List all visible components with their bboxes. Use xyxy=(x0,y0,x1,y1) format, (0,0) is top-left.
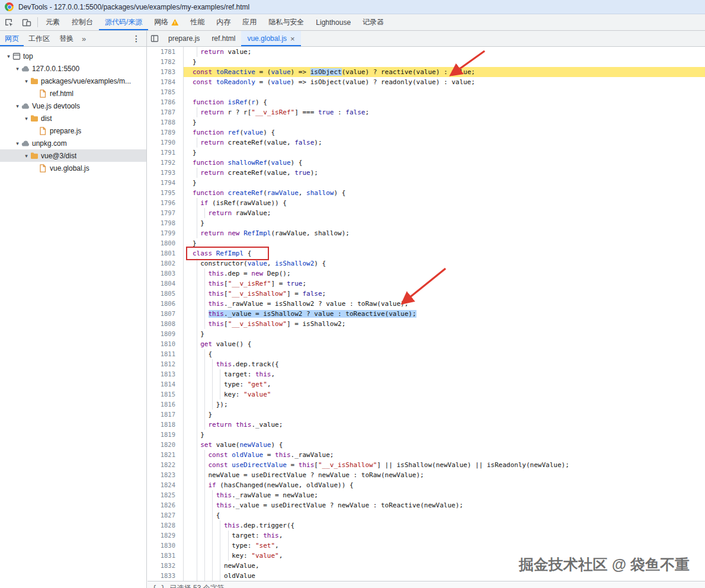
panel-tab-Lighthouse[interactable]: Lighthouse xyxy=(310,14,357,30)
line-number[interactable]: 1821 xyxy=(148,450,184,460)
line-number[interactable]: 1814 xyxy=(148,379,184,389)
expander-icon[interactable]: ▾ xyxy=(14,140,21,146)
tree-item-Vue.js devtools[interactable]: ▾Vue.js devtools xyxy=(0,100,146,112)
line-number[interactable]: 1783 xyxy=(148,67,184,77)
panel-tab-记录器[interactable]: 记录器 xyxy=(357,14,390,30)
tree-item-vue.global.js[interactable]: vue.global.js xyxy=(0,162,146,174)
code-line[interactable]: 1796 if (isRef(rawValue)) { xyxy=(148,198,705,208)
tree-item-127.0.0.1:5500[interactable]: ▾127.0.0.1:5500 xyxy=(0,62,146,75)
line-number[interactable]: 1796 xyxy=(148,198,184,208)
panel-tab-内存[interactable]: 内存 xyxy=(210,14,236,30)
code-line[interactable]: 1807 this._value = isShallow2 ? value : … xyxy=(148,309,705,319)
line-number[interactable]: 1809 xyxy=(148,329,184,339)
sidebar-tab-工作区[interactable]: 工作区 xyxy=(24,31,55,46)
line-number[interactable]: 1812 xyxy=(148,359,184,369)
line-number[interactable]: 1825 xyxy=(148,490,184,500)
line-number[interactable]: 1803 xyxy=(148,269,184,279)
expander-icon[interactable]: ▾ xyxy=(23,78,30,84)
file-tab-prepare.js[interactable]: prepare.js xyxy=(162,31,206,46)
code-line[interactable]: 1812 this.dep.track({ xyxy=(148,359,705,369)
code-line[interactable]: 1781 return value; xyxy=(148,47,705,57)
line-number[interactable]: 1782 xyxy=(148,57,184,67)
code-line[interactable]: 1783const toReactive = (value) => isObje… xyxy=(148,67,705,77)
expander-icon[interactable]: ▾ xyxy=(14,66,21,72)
code-line[interactable]: 1828 this.dep.trigger({ xyxy=(148,520,705,531)
code-line[interactable]: 1810 get value() { xyxy=(148,339,705,349)
line-number[interactable]: 1795 xyxy=(148,188,184,198)
line-number[interactable]: 1801 xyxy=(148,248,184,258)
line-number[interactable]: 1797 xyxy=(148,208,184,218)
line-number[interactable]: 1784 xyxy=(148,77,184,87)
line-number[interactable]: 1794 xyxy=(148,178,184,188)
line-number[interactable]: 1831 xyxy=(148,551,184,561)
code-line[interactable]: 1815 key: "value" xyxy=(148,389,705,400)
code-line[interactable]: 1822 const useDirectValue = this["__v_is… xyxy=(148,460,705,470)
code-line[interactable]: 1821 const oldValue = this._rawValue; xyxy=(148,450,705,460)
line-number[interactable]: 1781 xyxy=(148,47,184,57)
code-line[interactable]: 1814 type: "get", xyxy=(148,379,705,389)
close-tab-icon[interactable]: × xyxy=(290,35,295,43)
line-number[interactable]: 1790 xyxy=(148,138,184,148)
panel-tab-元素[interactable]: 元素 xyxy=(40,14,66,30)
code-line[interactable]: 1811 { xyxy=(148,349,705,359)
line-number[interactable]: 1817 xyxy=(148,410,184,420)
line-number[interactable]: 1798 xyxy=(148,218,184,228)
file-tab-vue.global.js[interactable]: vue.global.js× xyxy=(241,31,300,46)
code-line[interactable]: 1823 newValue = useDirectValue ? newValu… xyxy=(148,470,705,480)
line-number[interactable]: 1829 xyxy=(148,531,184,541)
code-line[interactable]: 1788} xyxy=(148,117,705,127)
line-number[interactable]: 1785 xyxy=(148,87,184,97)
line-number[interactable]: 1800 xyxy=(148,238,184,248)
line-number[interactable]: 1830 xyxy=(148,541,184,551)
code-line[interactable]: 1793 return createRef(value, true); xyxy=(148,168,705,178)
code-line[interactable]: 1792function shallowRef(value) { xyxy=(148,158,705,168)
line-number[interactable]: 1820 xyxy=(148,440,184,450)
code-line[interactable]: 1808 this["__v_isShallow"] = isShallow2; xyxy=(148,319,705,329)
code-line[interactable]: 1831 key: "value", xyxy=(148,551,705,561)
tree-item-prepare.js[interactable]: prepare.js xyxy=(0,124,146,137)
panel-tab-隐私与安全[interactable]: 隐私与安全 xyxy=(262,14,310,30)
code-line[interactable]: 1830 type: "set", xyxy=(148,541,705,551)
line-number[interactable]: 1791 xyxy=(148,148,184,158)
code-line[interactable]: 1826 this._value = useDirectValue ? newV… xyxy=(148,500,705,510)
tree-item-top[interactable]: ▾top xyxy=(0,50,146,62)
panel-tab-控制台[interactable]: 控制台 xyxy=(66,14,99,30)
code-line[interactable]: 1819 } xyxy=(148,430,705,440)
sidebar-tab-替换[interactable]: 替换 xyxy=(55,31,78,46)
line-number[interactable]: 1806 xyxy=(148,299,184,309)
line-number[interactable]: 1826 xyxy=(148,500,184,510)
line-number[interactable]: 1788 xyxy=(148,117,184,127)
code-line[interactable]: 1787 return r ? r["__v_isRef"] === true … xyxy=(148,107,705,117)
line-number[interactable]: 1818 xyxy=(148,420,184,430)
code-line[interactable]: 1803 this.dep = new Dep(); xyxy=(148,269,705,279)
code-line[interactable]: 1782} xyxy=(148,57,705,67)
code-line[interactable]: 1816 }); xyxy=(148,400,705,410)
code-line[interactable]: 1833 oldValue xyxy=(148,571,705,581)
code-line[interactable]: 1799 return new RefImpl(rawValue, shallo… xyxy=(148,228,705,238)
code-line[interactable]: 1784const toReadonly = (value) => isObje… xyxy=(148,77,705,87)
expander-icon[interactable]: ▾ xyxy=(23,116,30,122)
device-toolbar-button[interactable] xyxy=(18,14,36,30)
line-number[interactable]: 1810 xyxy=(148,339,184,349)
tree-item-dist[interactable]: ▾dist xyxy=(0,112,146,124)
code-line[interactable]: 1825 this._rawValue = newValue; xyxy=(148,490,705,500)
code-line[interactable]: 1791} xyxy=(148,148,705,158)
file-tab-ref.html[interactable]: ref.html xyxy=(206,31,241,46)
code-line[interactable]: 1798 } xyxy=(148,218,705,228)
line-number[interactable]: 1802 xyxy=(148,258,184,269)
line-number[interactable]: 1828 xyxy=(148,520,184,531)
code-line[interactable]: 1818 return this._value; xyxy=(148,420,705,430)
line-number[interactable]: 1833 xyxy=(148,571,184,581)
code-line[interactable]: 1824 if (hasChanged(newValue, oldValue))… xyxy=(148,480,705,490)
line-number[interactable]: 1805 xyxy=(148,289,184,299)
code-line[interactable]: 1789function ref(value) { xyxy=(148,127,705,138)
line-number[interactable]: 1793 xyxy=(148,168,184,178)
line-number[interactable]: 1799 xyxy=(148,228,184,238)
line-number[interactable]: 1804 xyxy=(148,279,184,289)
line-number[interactable]: 1786 xyxy=(148,97,184,107)
line-number[interactable]: 1822 xyxy=(148,460,184,470)
sidebar-tab-网页[interactable]: 网页 xyxy=(0,31,24,46)
line-number[interactable]: 1823 xyxy=(148,470,184,480)
code-line[interactable]: 1801class RefImpl { xyxy=(148,248,705,258)
expander-icon[interactable]: ▾ xyxy=(23,153,30,159)
